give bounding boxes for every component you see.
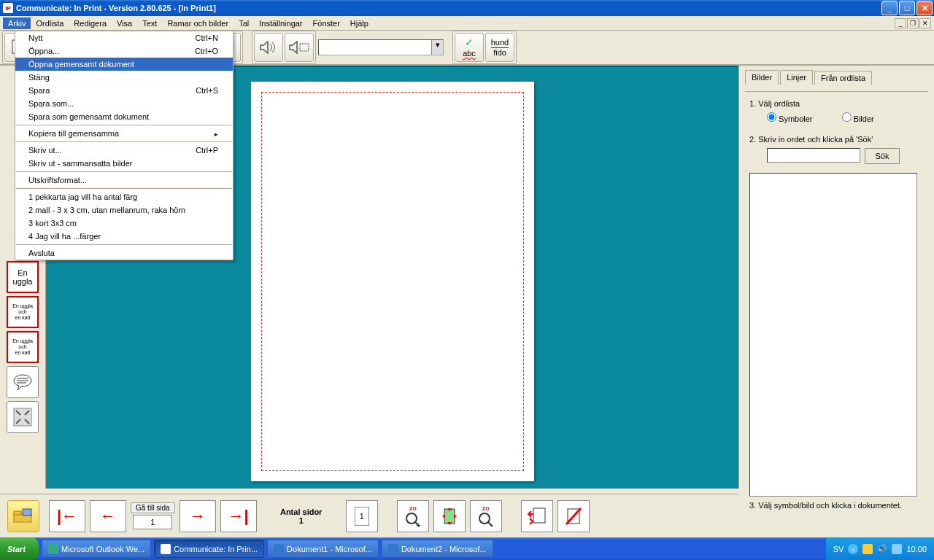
- speak-button[interactable]: [254, 33, 283, 62]
- task-communicate[interactable]: Communicate: In Prin...: [154, 540, 264, 558]
- tray-volume-icon[interactable]: 🔊: [877, 544, 887, 554]
- goto-page-input[interactable]: [133, 515, 172, 529]
- results-listbox[interactable]: [749, 173, 917, 497]
- open-folder-button[interactable]: [7, 500, 39, 532]
- arkiv-dropdown: NyttCtrl+NÖppna...Ctrl+OÖppna gemensamt …: [15, 31, 234, 260]
- task-dokument2[interactable]: Dokument2 - Microsof...: [382, 540, 493, 558]
- tray-arrow-icon[interactable]: ‹: [848, 544, 858, 554]
- menubar: Arkiv Ordlista Redigera Visa Text Ramar …: [0, 16, 934, 31]
- menuitem-st-ng[interactable]: Stäng: [15, 71, 233, 84]
- menu-installningar[interactable]: Inställningar: [254, 18, 307, 29]
- menu-hjalp[interactable]: Hjälp: [345, 18, 374, 29]
- menuitem-spara[interactable]: SparaCtrl+S: [15, 84, 233, 97]
- close-button[interactable]: ✕: [916, 1, 933, 15]
- next-page-button[interactable]: →: [180, 500, 216, 532]
- search-input[interactable]: [767, 148, 860, 163]
- right-panel: Bilder Linjer Från ordlista 1. Välj ordl…: [738, 66, 934, 489]
- template-enuggla[interactable]: En uggla: [7, 261, 39, 293]
- step1-label: 1. Välj ordlista: [749, 99, 928, 108]
- menuitem--ppna-gemensamt-dokument[interactable]: Öppna gemensamt dokument: [15, 58, 233, 71]
- task-outlook[interactable]: Microsoft Outlook We...: [42, 540, 151, 558]
- menuitem-4-jag-vill-ha-f-rger[interactable]: 4 Jag vill ha ...färger: [15, 230, 233, 243]
- radio-bilder[interactable]: Bilder: [842, 112, 874, 123]
- svg-rect-29: [23, 509, 31, 516]
- svg-text:-: -: [490, 520, 493, 528]
- menuitem-3-kort-3x3-cm[interactable]: 3 kort 3x3 cm: [15, 217, 233, 230]
- menuitem-utskriftsformat-[interactable]: Utskriftsformat...: [15, 174, 233, 187]
- last-page-button[interactable]: →|: [220, 500, 257, 532]
- menuitem-skriv-ut-[interactable]: Skriv ut...Ctrl+P: [15, 144, 233, 157]
- speak-selection-button[interactable]: [285, 33, 314, 62]
- fit-page-button[interactable]: [433, 500, 466, 532]
- page[interactable]: [251, 82, 534, 481]
- svg-rect-37: [533, 508, 545, 523]
- maximize-button[interactable]: □: [899, 1, 915, 15]
- menu-fonster[interactable]: Fönster: [308, 18, 345, 29]
- menuitem-avsluta[interactable]: Avsluta: [15, 246, 233, 260]
- menuitem-skriv-ut-sammansatta-bilder[interactable]: Skriv ut - sammansatta bilder: [15, 157, 233, 170]
- first-page-button[interactable]: |←: [49, 500, 85, 532]
- menu-arkiv[interactable]: Arkiv: [3, 18, 31, 29]
- menu-text[interactable]: Text: [137, 18, 162, 29]
- minimize-button[interactable]: _: [881, 1, 898, 15]
- tab-fran-ordlista[interactable]: Från ordlista: [814, 71, 872, 85]
- app-icon: IP: [3, 3, 13, 13]
- radio-symboler[interactable]: Symboler: [767, 112, 813, 123]
- prev-page-button[interactable]: ←: [90, 500, 126, 532]
- taskbar: Start Microsoft Outlook We... Communicat…: [0, 537, 934, 560]
- tray-network-icon[interactable]: [892, 544, 902, 554]
- menuitem--ppna-[interactable]: Öppna...Ctrl+O: [15, 44, 233, 58]
- menu-ramar[interactable]: Ramar och bilder: [162, 18, 234, 29]
- zoom-in-button[interactable]: zo+: [397, 500, 429, 532]
- svg-rect-28: [14, 511, 21, 515]
- svg-point-30: [406, 513, 417, 524]
- add-page-button[interactable]: [521, 500, 553, 532]
- lang-indicator[interactable]: SV: [833, 545, 844, 553]
- page-count: Antal sidor 1: [261, 508, 341, 525]
- step3-label: 3. Välj symbol/bild och klicka i dokumen…: [749, 501, 928, 510]
- page-margin: [261, 92, 524, 471]
- task-dokument1[interactable]: Dokument1 - Microsof...: [267, 540, 379, 558]
- template-enuggla-katt[interactable]: En uggla och en katt: [7, 296, 39, 328]
- tray-shield-icon[interactable]: [862, 544, 873, 554]
- menuitem-2-mall-3-x-3-cm-utan-mellanrum-raka-h-rn[interactable]: 2 mall - 3 x 3 cm, utan mellanrum, raka …: [15, 203, 233, 217]
- window-title: Communicate: In Print - Version 2.80.625…: [16, 4, 216, 12]
- tab-bilder[interactable]: Bilder: [745, 70, 779, 85]
- bottom-nav: |← ← Gå till sida → →| Antal sidor 1 1 z…: [46, 494, 738, 537]
- menuitem-nytt[interactable]: NyttCtrl+N: [15, 31, 233, 44]
- page-thumb[interactable]: 1: [346, 500, 378, 532]
- menuitem-1-pekkarta-jag-vill-ha-antal-f-rg[interactable]: 1 pekkarta jag vill ha antal färg: [15, 190, 233, 203]
- svg-text:+: +: [416, 521, 420, 528]
- menu-tal[interactable]: Tal: [234, 18, 254, 29]
- menu-redigera[interactable]: Redigera: [69, 18, 112, 29]
- template-enuggla-katt-2[interactable]: En uggla och en katt: [7, 331, 39, 363]
- goto-page-label: Gå till sida: [131, 502, 175, 513]
- sok-button[interactable]: Sök: [865, 148, 900, 164]
- expand-button[interactable]: [7, 401, 39, 433]
- mdi-close[interactable]: ✕: [919, 18, 931, 28]
- menuitem-kopiera-till-gemensamma[interactable]: Kopiera till gemensamma: [15, 127, 233, 140]
- bottom-left-panel: [0, 494, 46, 537]
- spellcheck-button[interactable]: ✓abc: [455, 33, 484, 62]
- svg-rect-17: [300, 44, 309, 51]
- svg-point-34: [479, 513, 490, 524]
- wordlist-toggle-button[interactable]: hundfido: [485, 33, 514, 62]
- zoom-out-button[interactable]: zo-: [470, 500, 502, 532]
- speech-bubble-button[interactable]: [7, 366, 39, 398]
- menuitem-spara-som-gemensamt-dokument[interactable]: Spara som gemensamt dokument: [15, 110, 233, 123]
- menu-ordlista[interactable]: Ordlista: [31, 18, 69, 29]
- system-tray[interactable]: SV ‹ 🔊 10:00: [825, 537, 934, 560]
- voice-dropdown[interactable]: ▾: [318, 39, 444, 55]
- mdi-minimize[interactable]: _: [895, 18, 906, 28]
- titlebar: IP Communicate: In Print - Version 2.80.…: [0, 0, 934, 16]
- start-button[interactable]: Start: [0, 537, 39, 560]
- menuitem-spara-som-[interactable]: Spara som...: [15, 97, 233, 110]
- svg-rect-33: [444, 509, 455, 524]
- mdi-restore[interactable]: ❐: [907, 18, 919, 28]
- step2-label: 2. Skriv in ordet och klicka på 'Sök': [749, 135, 928, 144]
- delete-page-button[interactable]: [557, 500, 590, 532]
- tab-linjer[interactable]: Linjer: [780, 70, 813, 85]
- menu-visa[interactable]: Visa: [112, 18, 137, 29]
- clock[interactable]: 10:00: [906, 545, 927, 553]
